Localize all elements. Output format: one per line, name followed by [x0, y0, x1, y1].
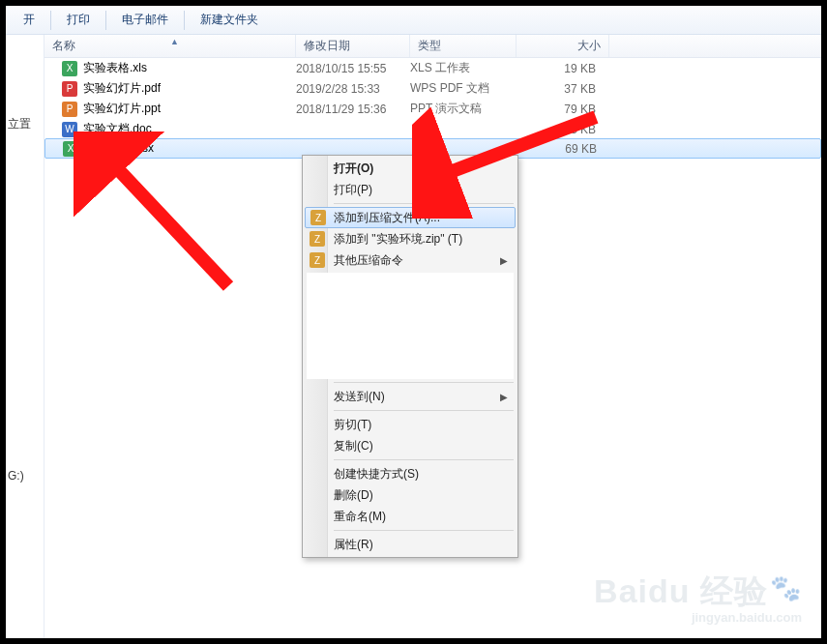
file-size: 37 KB: [517, 82, 609, 96]
file-size: 13 KB: [517, 123, 609, 136]
column-header-date[interactable]: 修改日期: [296, 35, 410, 57]
sidebar: 立置 G:): [6, 35, 44, 638]
toolbar-separator: [105, 11, 106, 30]
file-name: 实验幻灯片.pdf: [83, 80, 161, 97]
menu-separator: [334, 410, 514, 411]
sidebar-location-label: 立置: [6, 112, 44, 136]
file-date: 2018/10/15 15:55: [296, 62, 410, 75]
ctx-add-to-named-zip[interactable]: Z 添加到 "实验环境.zip" (T): [305, 228, 516, 249]
toolbar: 开 打印 电子邮件 新建文件夹: [6, 6, 821, 35]
ctx-delete[interactable]: 删除(D): [305, 484, 516, 506]
menu-separator: [334, 203, 514, 204]
context-menu: 打开(O) 打印(P) Z 添加到压缩文件(A)... Z 添加到 "实验环境.…: [302, 155, 518, 558]
ctx-add-to-archive[interactable]: Z 添加到压缩文件(A)...: [305, 207, 516, 228]
ppt-icon: P: [62, 102, 77, 117]
submenu-arrow-icon: ▶: [500, 392, 508, 402]
file-row[interactable]: P 实验幻灯片.pdf 2019/2/28 15:33 WPS PDF 文档 3…: [44, 78, 821, 99]
file-name: 统计三率.xlsx: [84, 140, 154, 157]
toolbar-email-button[interactable]: 电子邮件: [110, 8, 180, 32]
archive-icon: Z: [310, 210, 326, 225]
content-area: 立置 G:) ▲ 名称 修改日期 类型 大小 X 实验表格.xls 2018/1…: [6, 35, 821, 638]
doc-icon: W: [62, 122, 77, 137]
file-date: 2018/11/29 15:36: [296, 102, 410, 116]
column-header-size[interactable]: 大小: [517, 35, 609, 57]
column-header-type[interactable]: 类型: [410, 35, 517, 57]
ctx-other-archive[interactable]: Z 其他压缩命令 ▶: [305, 249, 516, 271]
ctx-properties[interactable]: 属性(R): [305, 534, 516, 555]
xls-icon: X: [62, 61, 77, 76]
file-type: WPS PDF 文档: [410, 80, 517, 97]
toolbar-separator: [184, 11, 185, 30]
file-row[interactable]: W 实验文档.doc 13 KB: [44, 119, 821, 139]
toolbar-newfolder-button[interactable]: 新建文件夹: [189, 8, 270, 32]
ctx-open[interactable]: 打开(O): [305, 158, 516, 179]
file-name: 实验表格.xls: [83, 60, 147, 76]
submenu-arrow-icon: ▶: [500, 255, 508, 266]
ctx-rename[interactable]: 重命名(M): [305, 506, 516, 527]
ctx-create-shortcut[interactable]: 创建快捷方式(S): [305, 463, 516, 484]
file-pane: ▲ 名称 修改日期 类型 大小 X 实验表格.xls 2018/10/15 15…: [44, 35, 821, 638]
file-size: 79 KB: [517, 102, 609, 116]
file-row[interactable]: X 实验表格.xls 2018/10/15 15:55 XLS 工作表 19 K…: [44, 58, 821, 78]
menu-separator: [334, 382, 514, 383]
menu-separator: [334, 530, 514, 531]
file-name: 实验文档.doc: [83, 121, 152, 137]
file-date: 2019/2/28 15:33: [296, 82, 410, 96]
paw-icon: 🐾: [770, 573, 802, 603]
column-header-row: ▲ 名称 修改日期 类型 大小: [44, 35, 821, 58]
pdf-icon: P: [62, 81, 77, 97]
archive-icon: Z: [310, 252, 325, 268]
file-type: XLS 工作表: [410, 60, 517, 76]
sidebar-drive-label[interactable]: G:): [6, 465, 44, 486]
watermark: Baidu 经验🐾 jingyan.baidu.com: [594, 570, 802, 625]
ctx-copy[interactable]: 复制(C): [305, 435, 516, 456]
toolbar-separator: [50, 11, 51, 30]
sort-ascending-icon[interactable]: ▲: [170, 37, 179, 46]
file-size: 69 KB: [517, 142, 610, 156]
ctx-print[interactable]: 打印(P): [305, 179, 516, 200]
menu-separator: [334, 459, 514, 460]
xlsx-icon: X: [63, 141, 78, 157]
toolbar-open-button[interactable]: 开: [12, 8, 46, 32]
ctx-send-to[interactable]: 发送到(N) ▶: [305, 386, 516, 407]
file-row[interactable]: P 实验幻灯片.ppt 2018/11/29 15:36 PPT 演示文稿 79…: [44, 99, 821, 119]
file-name: 实验幻灯片.ppt: [83, 101, 161, 117]
archive-icon: Z: [310, 231, 325, 247]
toolbar-print-button[interactable]: 打印: [55, 8, 102, 32]
file-list: X 实验表格.xls 2018/10/15 15:55 XLS 工作表 19 K…: [44, 58, 821, 159]
ctx-cut[interactable]: 剪切(T): [305, 414, 516, 435]
file-size: 19 KB: [517, 62, 609, 75]
file-type: PPT 演示文稿: [410, 101, 517, 117]
menu-blank-panel: [307, 273, 514, 379]
